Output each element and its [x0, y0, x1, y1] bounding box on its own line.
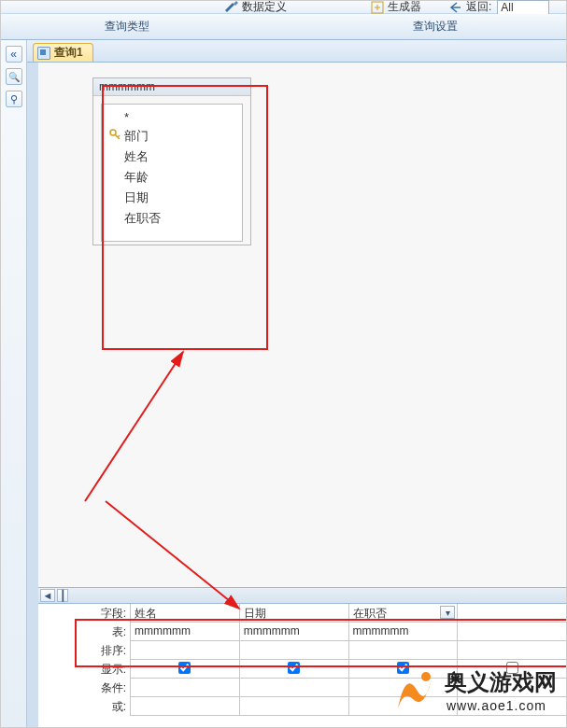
- body: « 🔍 ⚲ 查询1 mmmmmm *: [1, 40, 566, 727]
- grid-cell[interactable]: [239, 697, 348, 715]
- search-icon: 🔍: [8, 72, 20, 82]
- show-checkbox[interactable]: [178, 662, 191, 674]
- pin-icon: ⚲: [10, 93, 18, 105]
- return-value: All: [501, 1, 513, 14]
- ribbon-groups: 查询类型 查询设置: [1, 14, 566, 40]
- field-item[interactable]: 日期: [107, 188, 236, 208]
- grid-columns: 姓名 日期 在职否▾ mmmmmm mmmmmm mmmmmm: [130, 604, 566, 716]
- tab-strip: 查询1: [27, 40, 566, 63]
- builder-icon: [371, 1, 384, 14]
- data-definition-button[interactable]: 数据定义: [225, 0, 287, 15]
- grid-cell[interactable]: [130, 697, 239, 715]
- tab-query1[interactable]: 查询1: [33, 43, 93, 62]
- show-checkbox[interactable]: [397, 662, 409, 674]
- svg-line-2: [85, 352, 183, 501]
- scroll-left-button[interactable]: ◄: [40, 589, 55, 602]
- grid-field-row: 姓名 日期 在职否▾: [130, 604, 566, 623]
- grid-cell[interactable]: [457, 697, 566, 715]
- row-label-or: 或:: [38, 697, 130, 716]
- row-label-field: 字段:: [38, 604, 130, 623]
- query-tab-icon: [37, 47, 50, 60]
- ribbon-row: 数据定义 生成器 返回: All: [1, 1, 566, 14]
- grid-table-row: mmmmmm mmmmmm mmmmmm: [130, 623, 566, 641]
- app-window: 数据定义 生成器 返回: All 查询类型 查询设置 « 🔍 ⚲: [0, 0, 567, 728]
- collapse-button[interactable]: «: [6, 46, 22, 63]
- design-canvas[interactable]: mmmmmm * 部门 姓名 年龄 日期 在职否: [27, 63, 566, 727]
- show-checkbox[interactable]: [506, 662, 518, 674]
- grid-cell[interactable]: [457, 660, 566, 678]
- grid-cell[interactable]: [348, 641, 458, 659]
- field-list: * 部门 姓名 年龄 日期 在职否: [102, 105, 242, 232]
- group-query-setup: 查询设置: [375, 19, 496, 35]
- return-control: 返回: All: [449, 0, 549, 15]
- grid-cell[interactable]: 日期: [239, 604, 348, 622]
- design-grid: 字段: 表: 排序: 显示: 条件: 或: 姓名 日期 在职否▾: [38, 604, 566, 727]
- field-item[interactable]: 在职否: [107, 208, 236, 229]
- grid-cell[interactable]: [130, 679, 239, 696]
- workspace: 查询1 mmmmmm * 部门 姓名 年龄: [27, 40, 566, 727]
- left-sidebar: « 🔍 ⚲: [1, 40, 27, 727]
- grid-cell[interactable]: [457, 604, 566, 622]
- chevron-left-icon: «: [10, 48, 17, 61]
- return-icon: [449, 1, 462, 14]
- grid-cell[interactable]: [457, 679, 566, 696]
- row-label-criteria: 条件:: [38, 679, 130, 697]
- field-item[interactable]: 姓名: [107, 147, 236, 167]
- field-item[interactable]: *: [107, 108, 236, 126]
- grid-criteria-row: [130, 679, 566, 697]
- table-field-list: * 部门 姓名 年龄 日期 在职否: [101, 104, 243, 242]
- row-label-show: 显示:: [38, 660, 130, 679]
- primary-key-icon: [109, 129, 120, 140]
- grid-cell[interactable]: [457, 641, 566, 659]
- builder-label: 生成器: [388, 0, 421, 15]
- table-title: mmmmmm: [93, 78, 250, 96]
- grid-cell[interactable]: mmmmmm: [130, 623, 239, 640]
- data-definition-icon: [225, 1, 238, 14]
- scroll-grip[interactable]: ┃: [57, 589, 68, 602]
- data-definition-label: 数据定义: [242, 0, 287, 15]
- grid-cell[interactable]: 姓名: [130, 604, 239, 622]
- grid-row-labels: 字段: 表: 排序: 显示: 条件: 或:: [38, 604, 130, 716]
- grid-cell[interactable]: [457, 623, 566, 640]
- grid-cell[interactable]: [239, 660, 348, 678]
- builder-button[interactable]: 生成器: [371, 0, 421, 15]
- grid-cell[interactable]: mmmmmm: [239, 623, 348, 640]
- grid-cell[interactable]: [348, 660, 458, 678]
- grid-cell[interactable]: [130, 641, 239, 659]
- grid-cell[interactable]: [239, 641, 348, 659]
- search-button[interactable]: 🔍: [6, 68, 22, 85]
- dropdown-icon[interactable]: ▾: [440, 606, 455, 619]
- grid-cell[interactable]: 在职否▾: [348, 604, 458, 622]
- grid-cell[interactable]: [348, 679, 458, 696]
- return-label: 返回:: [466, 0, 491, 15]
- pin-button[interactable]: ⚲: [6, 91, 22, 107]
- grid-cell[interactable]: [348, 697, 458, 715]
- split-bar[interactable]: ◄ ┃: [38, 587, 566, 604]
- grid-or-row: [130, 697, 566, 716]
- row-label-table: 表:: [38, 623, 130, 641]
- table-source-box[interactable]: mmmmmm * 部门 姓名 年龄 日期 在职否: [92, 77, 251, 245]
- return-combo[interactable]: All: [497, 0, 549, 15]
- grid-cell[interactable]: [130, 660, 239, 678]
- show-checkbox[interactable]: [288, 662, 300, 674]
- grid-sort-row: [130, 641, 566, 660]
- field-item[interactable]: 年龄: [107, 167, 236, 188]
- tab-label: 查询1: [54, 45, 83, 61]
- field-item[interactable]: 部门: [107, 126, 236, 147]
- grid-cell[interactable]: [239, 679, 348, 696]
- group-query-type: 查询类型: [66, 19, 188, 35]
- grid-cell[interactable]: mmmmmm: [348, 623, 458, 640]
- grid-show-row: [130, 660, 566, 679]
- row-label-sort: 排序:: [38, 641, 130, 660]
